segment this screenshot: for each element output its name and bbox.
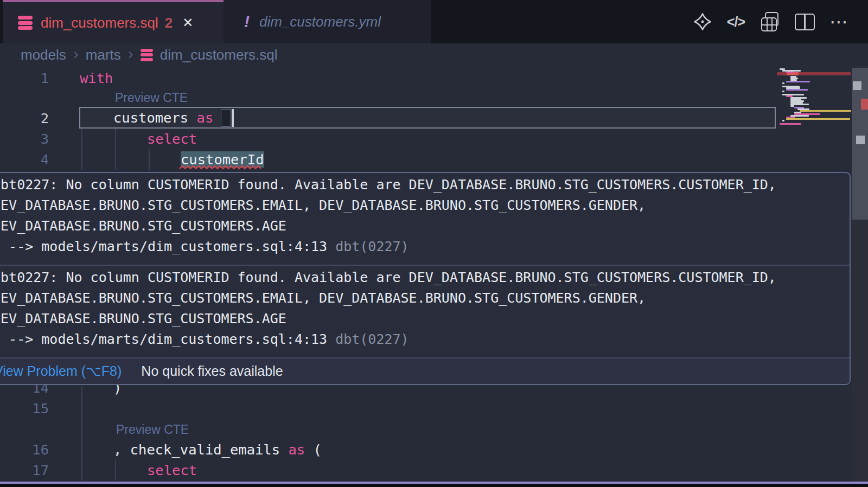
- tab-title: dim_customers.sql: [41, 15, 158, 31]
- diagnostic-line: dbt0227: No column CUSTOMERID found. Ava…: [0, 267, 850, 288]
- keyword-with: with: [80, 70, 113, 86]
- diagnostic-line: DEV_DATABASE.BRUNO.STG_CUSTOMERS.AGE: [0, 309, 850, 329]
- keyword-select: select: [147, 131, 197, 147]
- bracket-match-box: [221, 109, 231, 127]
- diagnostic-code: dbt(0227): [335, 331, 409, 347]
- diagnostic-line: DEV_DATABASE.BRUNO.STG_CUSTOMERS.EMAIL, …: [0, 195, 850, 216]
- tab-title: dim_customers.yml: [259, 14, 381, 30]
- code-line-16[interactable]: , check_valid_emails as (: [113, 439, 322, 460]
- diagnostic-code: dbt(0227): [335, 239, 409, 254]
- breadcrumb-models[interactable]: models: [21, 47, 66, 63]
- split-editor-icon[interactable]: [795, 14, 815, 30]
- editor-tab-bar: dim_customers.sql 2 ✕ ! dim_customers.ym…: [0, 0, 868, 43]
- cte-name: customers: [113, 110, 197, 126]
- indent-guide: [149, 149, 150, 170]
- code-icon[interactable]: </>: [727, 14, 745, 30]
- database-icon: [18, 16, 33, 30]
- code-line-1[interactable]: with: [80, 68, 113, 88]
- line-number: 16: [0, 439, 49, 460]
- diagnostic-block-2: dbt0227: No column CUSTOMERID found. Ava…: [0, 266, 850, 357]
- vscode-editor-window: dim_customers.sql 2 ✕ ! dim_customers.ym…: [0, 0, 868, 487]
- diagnostic-line: dbt0227: No column CUSTOMERID found. Ava…: [0, 175, 850, 195]
- database-icon: [141, 49, 153, 61]
- window-bottom-edge: [0, 484, 868, 487]
- codelens-preview-cte[interactable]: Preview CTE: [115, 88, 188, 107]
- warning-icon: !: [244, 12, 250, 31]
- code-line-3[interactable]: select: [147, 129, 197, 149]
- keyword-select: select: [147, 462, 197, 478]
- line-number: 15: [0, 398, 49, 419]
- indent-guide: [81, 129, 82, 170]
- editor-actions-toolbar: </> ⋯: [693, 0, 848, 43]
- error-hover-popup: dbt0227: No column CUSTOMERID found. Ava…: [0, 172, 851, 385]
- minimap-error-token: [787, 72, 799, 75]
- more-actions-icon[interactable]: ⋯: [829, 11, 848, 33]
- open-paren: (: [305, 441, 322, 458]
- indent-guide: [115, 460, 116, 480]
- view-problem-link[interactable]: View Problem (⌥F8): [0, 363, 122, 379]
- tab-dim-customers-yml[interactable]: ! dim_customers.yml: [224, 0, 431, 43]
- breadcrumb-file[interactable]: dim_customers.sql: [160, 47, 278, 63]
- error-count-badge: 2: [165, 15, 173, 31]
- diagnostic-line: DEV_DATABASE.BRUNO.STG_CUSTOMERS.AGE: [0, 216, 850, 236]
- close-icon[interactable]: ✕: [182, 15, 193, 30]
- breadcrumb: models › marts › dim_customers.sql: [0, 43, 868, 66]
- code-line-17[interactable]: select: [147, 460, 197, 480]
- text-cursor: [232, 109, 234, 127]
- diagnostic-source-line: --> models/marts/dim_customers.sql:4:13 …: [0, 236, 850, 257]
- cte-name: , check_valid_emails: [113, 441, 288, 458]
- chevron-right-icon: ›: [73, 48, 79, 61]
- hover-status-bar: View Problem (⌥F8) No quick fixes availa…: [0, 357, 850, 384]
- dbt-icon[interactable]: [693, 12, 712, 31]
- codelens-preview-cte[interactable]: Preview CTE: [116, 420, 189, 439]
- line-number: 4: [0, 149, 49, 170]
- keyword-as: as: [288, 441, 305, 458]
- ruler-marker-gray: [853, 81, 861, 90]
- query-results-icon[interactable]: [760, 12, 780, 31]
- indent-guide: [81, 386, 82, 480]
- diagnostic-source-line: --> models/marts/dim_customers.sql:4:13 …: [0, 329, 850, 350]
- tab-dim-customers-sql[interactable]: dim_customers.sql 2 ✕: [3, 0, 224, 43]
- line-number-active: 2: [0, 108, 49, 129]
- code-line-2[interactable]: customers as (: [113, 107, 230, 128]
- line-number: 3: [0, 129, 49, 149]
- no-quick-fixes-text: No quick fixes available: [141, 363, 283, 379]
- ruler-marker-gray: [856, 136, 865, 144]
- minimap-error-line: [777, 72, 851, 75]
- line-number: 1: [0, 68, 49, 88]
- indent-guide: [115, 129, 116, 170]
- line-number: 17: [0, 460, 49, 480]
- diagnostic-block-1: dbt0227: No column CUSTOMERID found. Ava…: [0, 173, 850, 265]
- breadcrumb-marts[interactable]: marts: [86, 47, 121, 63]
- diagnostic-line: DEV_DATABASE.BRUNO.STG_CUSTOMERS.EMAIL, …: [0, 288, 850, 309]
- chevron-right-icon: ›: [128, 48, 133, 61]
- ruler-marker-error: [861, 99, 868, 110]
- keyword-as: as: [197, 110, 214, 126]
- error-squiggle: [179, 164, 266, 170]
